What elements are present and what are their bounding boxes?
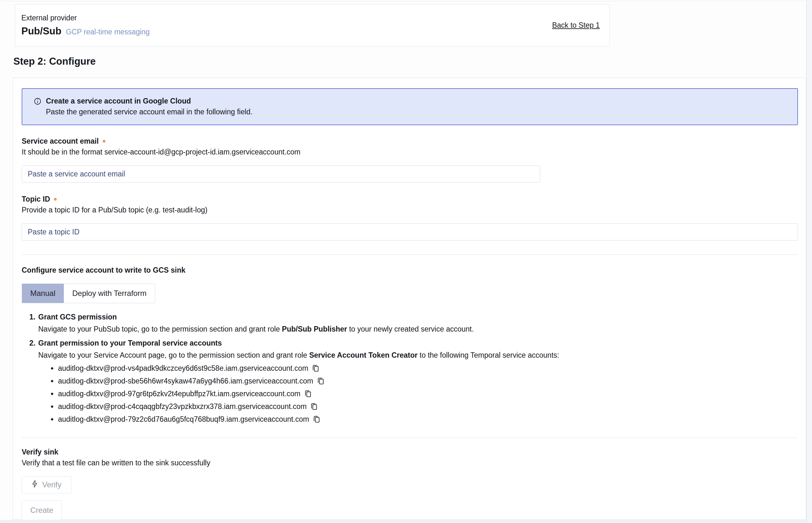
verify-button[interactable]: Verify — [22, 476, 71, 493]
service-account-email: auditlog-dktxv@prod-97gr6tp6zkv2t4epubff… — [58, 389, 301, 398]
info-banner-body: Paste the generated service account emai… — [46, 108, 791, 116]
copy-icon[interactable] — [313, 415, 320, 423]
topic-id-label: Topic ID — [22, 195, 50, 203]
provider-info: External provider Pub/Sub GCP real-time … — [21, 14, 150, 37]
service-account-email: auditlog-dktxv@prod-sbe56h6wr4sykaw47a6y… — [58, 377, 313, 385]
copy-icon[interactable] — [304, 390, 312, 398]
service-account-email-help: It should be in the format service-accou… — [22, 147, 798, 156]
info-banner-title: Create a service account in Google Cloud — [46, 97, 191, 105]
tab-manual[interactable]: Manual — [22, 284, 64, 303]
info-banner: Create a service account in Google Cloud… — [22, 88, 798, 125]
verify-sink-description: Verify that a test file can be written t… — [22, 458, 798, 467]
service-account-item: auditlog-dktxv@prod-79z2c6d76au6g5fcq768… — [49, 415, 798, 423]
copy-icon[interactable] — [311, 402, 318, 411]
section-divider — [22, 438, 798, 438]
service-account-list: auditlog-dktxv@prod-vs4padk9dkczcey6d6st… — [38, 364, 798, 423]
service-account-item: auditlog-dktxv@prod-97gr6tp6zkv2t4epubff… — [49, 389, 798, 398]
page-bottom-strip — [0, 520, 806, 523]
service-account-email: auditlog-dktxv@prod-79z2c6d76au6g5fcq768… — [58, 415, 309, 423]
provider-header-card: External provider Pub/Sub GCP real-time … — [15, 4, 610, 47]
service-account-email-group: Service account email It should be in th… — [22, 137, 798, 182]
create-button[interactable]: Create — [22, 500, 62, 520]
page-title: Step 2: Configure — [13, 56, 95, 67]
step-title: Grant permission to your Temporal servic… — [38, 338, 798, 348]
info-icon — [34, 97, 41, 105]
provider-eyebrow: External provider — [21, 14, 150, 22]
back-to-step-1-link[interactable]: Back to Step 1 — [552, 21, 600, 30]
topic-id-input[interactable] — [22, 223, 798, 240]
step-body: Navigate to your PubSub topic, go to the… — [38, 324, 798, 334]
topic-id-group: Topic ID Provide a topic ID for a Pub/Su… — [22, 195, 798, 240]
service-account-email: auditlog-dktxv@prod-c4cqaqgbfzy23vpzkbxz… — [58, 402, 306, 411]
required-indicator — [54, 198, 57, 201]
provider-name: Pub/Sub — [21, 25, 61, 37]
lightning-icon — [32, 480, 38, 490]
service-account-email-input[interactable] — [22, 165, 540, 182]
configure-tabs: Manual Deploy with Terraform — [22, 284, 155, 303]
scrollbar-gutter[interactable] — [806, 0, 812, 523]
step-title: Grant GCS permission — [38, 312, 798, 322]
verify-sink-heading: Verify sink — [22, 448, 798, 456]
page-top-rule — [0, 1, 812, 1]
instruction-step-1: Grant GCS permission Navigate to your Pu… — [29, 312, 798, 334]
configure-section-heading: Configure service account to write to GC… — [22, 266, 798, 274]
service-account-item: auditlog-dktxv@prod-vs4padk9dkczcey6d6st… — [49, 364, 798, 373]
section-divider — [22, 254, 798, 255]
service-account-email-label: Service account email — [22, 137, 99, 146]
required-indicator — [103, 140, 105, 143]
service-account-item: auditlog-dktxv@prod-c4cqaqgbfzy23vpzkbxz… — [49, 402, 798, 411]
step-body: Navigate to your Service Account page, g… — [38, 350, 798, 360]
copy-icon[interactable] — [312, 364, 319, 372]
instruction-steps: Grant GCS permission Navigate to your Pu… — [22, 312, 798, 423]
tab-deploy-with-terraform[interactable]: Deploy with Terraform — [64, 284, 155, 303]
instruction-step-2: Grant permission to your Temporal servic… — [29, 338, 798, 423]
service-account-item: auditlog-dktxv@prod-sbe56h6wr4sykaw47a6y… — [49, 377, 798, 385]
copy-icon[interactable] — [317, 377, 324, 385]
provider-tagline: GCP real-time messaging — [66, 28, 150, 36]
service-account-email: auditlog-dktxv@prod-vs4padk9dkczcey6d6st… — [58, 364, 308, 373]
configure-card: Create a service account in Google Cloud… — [13, 78, 806, 520]
topic-id-help: Provide a topic ID for a Pub/Sub topic (… — [22, 205, 798, 214]
